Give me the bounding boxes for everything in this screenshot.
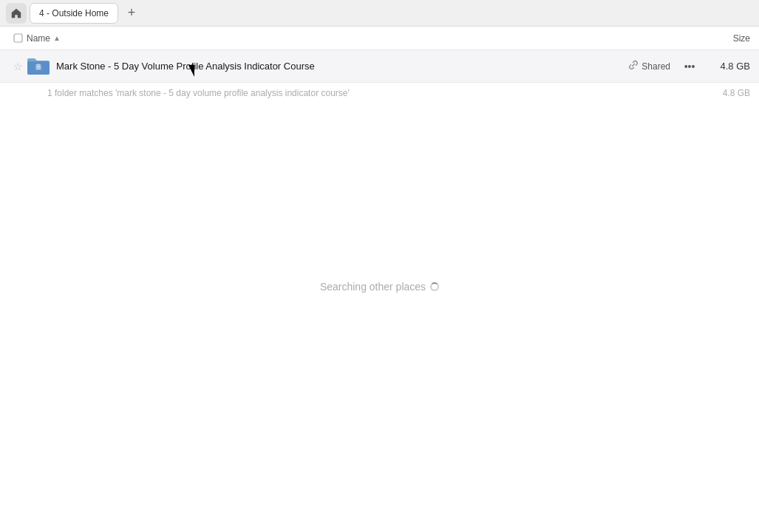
- ellipsis-icon: •••: [684, 61, 695, 72]
- add-tab-button[interactable]: +: [121, 3, 142, 24]
- loading-spinner: [430, 282, 439, 291]
- tab-bar: 4 - Outside Home +: [0, 0, 759, 27]
- tab-outside-home[interactable]: 4 - Outside Home: [30, 3, 118, 24]
- svg-rect-0: [14, 34, 22, 42]
- name-column-header[interactable]: Name ▲: [27, 33, 691, 44]
- shared-badge: Shared: [628, 60, 670, 72]
- searching-container: Searching other places: [0, 281, 759, 293]
- column-header: Name ▲ Size: [0, 27, 759, 50]
- summary-size: 4.8 GB: [706, 88, 750, 98]
- folder-icon: [27, 55, 50, 78]
- searching-text: Searching other places: [320, 281, 439, 293]
- add-icon: +: [128, 5, 136, 21]
- sort-arrow-icon: ▲: [53, 34, 61, 42]
- star-button[interactable]: ☆: [9, 61, 27, 72]
- file-name: Mark Stone - 5 Day Volume Profile Analys…: [56, 61, 628, 72]
- shared-label: Shared: [641, 61, 670, 72]
- more-options-button[interactable]: •••: [679, 56, 700, 77]
- link-icon: [628, 60, 639, 72]
- select-all-checkbox[interactable]: [9, 33, 27, 43]
- home-button[interactable]: [6, 3, 27, 24]
- table-row[interactable]: ☆ Mark Stone - 5 Day Volume Profile Anal…: [0, 50, 759, 83]
- size-column-header: Size: [691, 33, 750, 44]
- tab-label: 4 - Outside Home: [39, 8, 109, 18]
- file-size: 4.8 GB: [706, 61, 750, 72]
- summary-text: 1 folder matches 'mark stone - 5 day vol…: [47, 88, 706, 98]
- summary-row: 1 folder matches 'mark stone - 5 day vol…: [0, 83, 759, 103]
- star-icon: ☆: [13, 61, 23, 72]
- svg-rect-1: [35, 64, 41, 70]
